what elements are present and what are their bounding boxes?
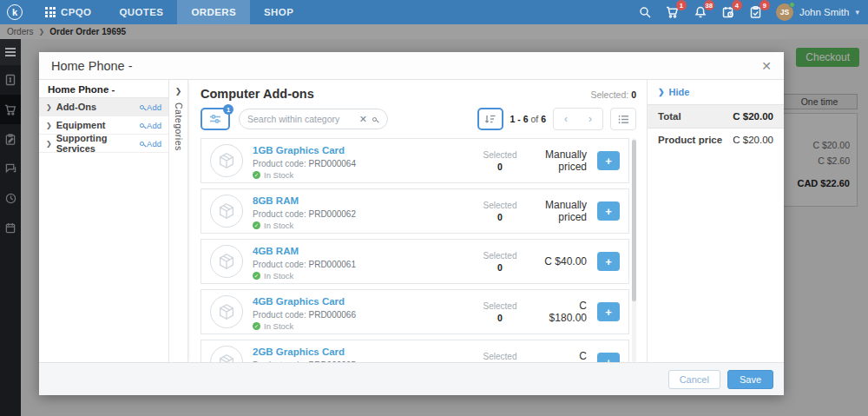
selected-quantity: Selected 0 <box>461 150 539 172</box>
summary-total-row: Total C $20.00 <box>648 104 784 129</box>
tab-shop[interactable]: SHOP <box>250 0 307 24</box>
brand-logo[interactable]: k <box>0 0 31 24</box>
scrollbar-track[interactable] <box>632 138 636 362</box>
sidebar-item-add-ons[interactable]: ❯ Add-Ons Add <box>39 98 168 116</box>
modal-header: Home Phone - ✕ <box>39 52 784 80</box>
search-icon <box>140 123 144 128</box>
save-button[interactable]: Save <box>727 370 773 389</box>
product-price: C $180.00 <box>539 300 597 324</box>
tasks-clipboard-icon[interactable]: 9 <box>748 4 764 20</box>
app-launcher[interactable]: CPQO <box>31 0 105 24</box>
product-info: 8GB RAM Product code: PRD000062 ✓In Stoc… <box>253 192 461 230</box>
product-name-link[interactable]: 4GB Graphics Card <box>253 296 345 307</box>
product-price: Manually priced <box>539 199 597 223</box>
product-list: 1GB Graphics Card Product code: PRD00006… <box>201 138 636 362</box>
search-input[interactable] <box>247 114 359 124</box>
stock-status: ✓In Stock <box>253 321 461 331</box>
filter-count-badge: 1 <box>223 104 233 115</box>
stock-status: ✓In Stock <box>253 271 461 281</box>
selected-quantity: Selected 0 <box>461 201 539 222</box>
stock-status: ✓In Stock <box>253 221 461 230</box>
top-navigation: k CPQO QUOTES ORDERS SHOP 1 38 4 9 JS Jo… <box>0 0 868 24</box>
hide-panel-link[interactable]: ❯ Hide <box>648 80 784 104</box>
app-name: CPQO <box>61 7 91 17</box>
chevron-right-icon: ❯ <box>46 122 52 129</box>
list-view-button[interactable] <box>610 108 636 130</box>
prev-page-icon[interactable]: ‹ <box>554 109 578 129</box>
add-product-button[interactable]: + <box>597 353 620 362</box>
product-info: 4GB Graphics Card Product code: PRD00006… <box>253 293 461 331</box>
selected-counter: Selected:0 <box>590 89 636 100</box>
avatar: JS <box>776 3 793 21</box>
category-title: Computer Add-ons <box>201 87 314 101</box>
selected-quantity: Selected 0 <box>461 251 539 273</box>
product-picker-modal: Home Phone - ✕ Home Phone - ❯ Add-Ons Ad… <box>39 52 784 395</box>
tab-quotes[interactable]: QUOTES <box>105 0 177 24</box>
cancel-button[interactable]: Cancel <box>668 370 720 389</box>
in-stock-check-icon: ✓ <box>253 272 260 280</box>
product-name-link[interactable]: 8GB RAM <box>253 195 299 206</box>
notifications-bell-icon[interactable]: 38 <box>693 4 708 20</box>
add-product-button[interactable]: + <box>597 151 620 170</box>
product-code: Product code: PRD000062 <box>253 209 461 219</box>
categories-collapse-tab[interactable]: ❯ Categories <box>169 80 188 362</box>
modal-footer: Cancel Save <box>39 362 784 395</box>
selected-quantity: Selected 0 <box>461 352 539 363</box>
app-grid-icon <box>45 7 56 17</box>
tab-orders[interactable]: ORDERS <box>177 0 250 24</box>
chevron-right-icon: ❯ <box>46 103 52 111</box>
pagination-buttons: ‹ › <box>553 108 603 130</box>
close-icon[interactable]: ✕ <box>761 60 772 72</box>
product-code: Product code: PRD000065 <box>253 360 461 362</box>
in-stock-check-icon: ✓ <box>253 171 260 179</box>
sidebar-item-equipment[interactable]: ❯ Equipment Add <box>39 116 168 135</box>
category-search: ✕ <box>239 109 388 129</box>
category-sidebar: Home Phone - ❯ Add-Ons Add ❯ Equipment A… <box>39 80 169 362</box>
calendar-clock-icon[interactable]: 4 <box>720 4 736 20</box>
product-name-link[interactable]: 4GB RAM <box>253 246 299 256</box>
chevron-down-icon: ▾ <box>855 8 859 17</box>
next-page-icon[interactable]: › <box>578 109 602 129</box>
user-menu[interactable]: JS John Smith ▾ <box>776 3 859 21</box>
modal-title: Home Phone - <box>51 59 133 73</box>
sort-button[interactable] <box>477 108 503 130</box>
product-package-icon <box>210 245 243 278</box>
product-row: 1GB Graphics Card Product code: PRD00006… <box>201 138 629 183</box>
search-icon[interactable] <box>372 117 377 122</box>
chevron-right-icon: ❯ <box>46 140 52 148</box>
add-product-button[interactable]: + <box>597 302 620 321</box>
price-summary-panel: ❯ Hide Total C $20.00 Product price C $2… <box>647 80 784 362</box>
sidebar-root-item[interactable]: Home Phone - <box>39 80 168 98</box>
online-status-icon <box>789 2 795 8</box>
product-name-link[interactable]: 2GB Graphics Card <box>253 347 345 357</box>
sidebar-item-supporting-services[interactable]: ❯ Supporting Services Add <box>39 135 168 153</box>
product-info: 1GB Graphics Card Product code: PRD00006… <box>253 142 461 180</box>
selected-quantity: Selected 0 <box>461 301 539 323</box>
modal-main-content: Computer Add-ons Selected:0 1 ✕ <box>188 80 647 362</box>
product-row: 4GB RAM Product code: PRD000061 ✓In Stoc… <box>201 239 629 284</box>
scrollbar-thumb[interactable] <box>632 140 636 301</box>
notifications-badge: 38 <box>704 0 714 10</box>
chevron-right-icon: ❯ <box>658 88 665 96</box>
search-icon <box>140 105 144 109</box>
clear-search-icon[interactable]: ✕ <box>359 114 367 125</box>
add-product-button[interactable]: + <box>597 201 620 221</box>
product-row: 4GB Graphics Card Product code: PRD00006… <box>201 289 629 334</box>
product-price: C $40.00 <box>539 255 597 267</box>
pagination-label: 1 - 6 of 6 <box>510 114 546 124</box>
user-name: John Smith <box>799 7 850 17</box>
search-icon[interactable] <box>637 4 653 20</box>
product-package-icon <box>210 295 243 328</box>
summary-product-price-row: Product price C $20.00 <box>648 129 784 151</box>
add-link[interactable]: Add <box>140 121 161 130</box>
logo-icon: k <box>7 4 23 20</box>
add-product-button[interactable]: + <box>597 252 620 271</box>
product-row: 2GB Graphics Card Product code: PRD00006… <box>201 340 629 362</box>
product-name-link[interactable]: 1GB Graphics Card <box>253 145 345 155</box>
filter-button[interactable]: 1 <box>201 108 230 130</box>
calendar-badge: 4 <box>732 0 742 10</box>
add-link[interactable]: Add <box>140 139 161 149</box>
in-stock-check-icon: ✓ <box>253 221 260 229</box>
cart-icon[interactable]: 1 <box>665 4 681 20</box>
add-link[interactable]: Add <box>140 102 161 112</box>
